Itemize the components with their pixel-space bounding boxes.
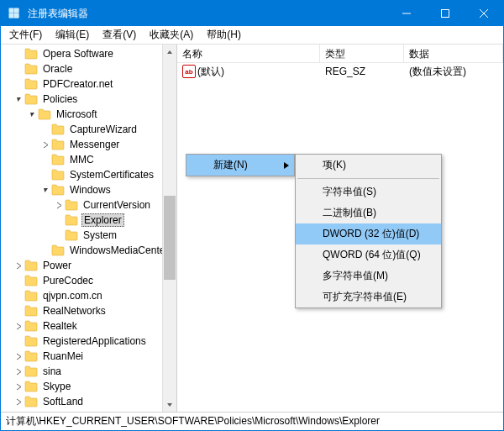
svg-rect-1 — [14, 8, 18, 13]
tree-label: PDFCreator.net — [41, 78, 114, 90]
tree-label: Oracle — [41, 63, 74, 75]
menu-view[interactable]: 查看(V) — [97, 26, 141, 44]
tree-label: Power — [41, 260, 73, 271]
tree-label: RuanMei — [41, 350, 85, 362]
col-type[interactable]: 类型 — [320, 45, 404, 62]
tree-label: qjvpn.com.cn — [41, 290, 104, 302]
tree-item[interactable]: RegisteredApplications — [1, 334, 176, 349]
expand-spacer — [14, 276, 24, 286]
expand-spacer — [14, 80, 24, 89]
col-data[interactable]: 数据 — [404, 45, 503, 62]
tree-item[interactable]: Realtek — [1, 318, 176, 334]
context-menu-main: 新建(N) — [186, 154, 295, 176]
menu-new-dword[interactable]: DWORD (32 位)值(D) — [296, 223, 441, 244]
tree-label: Windows — [68, 184, 113, 196]
minimize-button[interactable] — [387, 1, 426, 26]
menu-help[interactable]: 帮助(H) — [202, 26, 246, 44]
tree-item[interactable]: Policies — [1, 92, 176, 107]
tree-item[interactable]: CaptureWizard — [1, 122, 176, 137]
tree-label: WindowsMediaCenter — [68, 244, 170, 256]
tree-item[interactable]: Microsoft — [1, 107, 176, 122]
maximize-button[interactable] — [426, 1, 465, 26]
expand-icon[interactable] — [14, 367, 24, 376]
menu-file[interactable]: 文件(F) — [4, 26, 47, 44]
svg-rect-3 — [14, 13, 18, 18]
value-name: (默认) — [197, 65, 224, 79]
expand-icon[interactable] — [41, 140, 50, 150]
tree-item[interactable]: Oracle — [1, 61, 176, 76]
string-value-icon: ab — [182, 65, 196, 78]
expand-spacer — [14, 307, 24, 316]
tree-item[interactable]: PureCodec — [1, 273, 176, 288]
menu-separator — [297, 178, 439, 179]
tree-item[interactable]: MMC — [1, 152, 176, 167]
expand-icon[interactable] — [14, 397, 24, 407]
collapse-icon[interactable] — [41, 186, 50, 195]
tree-label: Microsoft — [55, 108, 99, 120]
expand-icon[interactable] — [55, 201, 64, 210]
menubar: 文件(F) 编辑(E) 查看(V) 收藏夹(A) 帮助(H) — [1, 26, 503, 45]
collapse-icon[interactable] — [14, 95, 24, 104]
expand-icon[interactable] — [14, 322, 24, 331]
scroll-thumb[interactable] — [164, 196, 176, 280]
tree-label: Policies — [41, 93, 79, 105]
menu-new-key[interactable]: 项(K) — [296, 155, 441, 176]
tree-item[interactable]: Opera Software — [1, 46, 176, 61]
submenu-arrow-icon — [284, 160, 289, 171]
tree-item[interactable]: Messenger — [1, 137, 176, 152]
col-name[interactable]: 名称 — [177, 45, 320, 62]
tree-label: SystemCertificates — [68, 169, 155, 181]
tree-item[interactable]: Windows — [1, 182, 176, 197]
tree-label: Opera Software — [41, 48, 115, 60]
statusbar: 计算机\HKEY_CURRENT_USER\SOFTWARE\Policies\… — [1, 412, 503, 430]
menu-new-binary[interactable]: 二进制值(B) — [296, 202, 441, 223]
expand-spacer — [41, 171, 50, 180]
tree-item[interactable]: SystemCertificates — [1, 167, 176, 182]
tree-item[interactable]: System — [1, 228, 176, 243]
menu-favorites[interactable]: 收藏夹(A) — [144, 26, 198, 44]
tree-label: Messenger — [68, 139, 121, 150]
list-row[interactable]: ab (默认) REG_SZ (数值未设置) — [177, 63, 503, 80]
tree-label: Explorer — [81, 213, 124, 227]
svg-rect-0 — [9, 8, 13, 13]
svg-rect-5 — [442, 10, 449, 18]
tree-item[interactable]: WindowsMediaCenter — [1, 243, 176, 258]
tree-label: RealNetworks — [41, 305, 108, 317]
tree-item[interactable]: sina — [1, 364, 176, 379]
value-data: (数值未设置) — [404, 65, 503, 79]
expand-icon[interactable] — [14, 352, 24, 361]
expand-icon[interactable] — [14, 261, 24, 271]
tree-item[interactable]: PDFCreator.net — [1, 76, 176, 92]
registry-tree[interactable]: Opera SoftwareOraclePDFCreator.netPolici… — [1, 45, 177, 412]
menu-new-qword[interactable]: QWORD (64 位)值(Q) — [296, 244, 441, 265]
tree-label: SoftLand — [41, 396, 85, 407]
tree-label: PureCodec — [41, 275, 95, 286]
expand-spacer — [55, 216, 64, 225]
tree-item[interactable]: CurrentVersion — [1, 197, 176, 213]
expand-spacer — [55, 231, 64, 240]
value-list[interactable]: 名称 类型 数据 ab (默认) REG_SZ (数值未设置) 新建(N) 项(… — [177, 45, 503, 412]
scroll-down-button[interactable] — [163, 397, 176, 412]
collapse-icon[interactable] — [28, 110, 37, 119]
expand-icon[interactable] — [14, 382, 24, 392]
expand-spacer — [41, 125, 50, 134]
menu-new-expand[interactable]: 可扩充字符串值(E) — [296, 286, 441, 307]
menu-edit[interactable]: 编辑(E) — [50, 26, 94, 44]
svg-rect-2 — [9, 13, 13, 18]
tree-scrollbar[interactable] — [162, 45, 176, 412]
expand-spacer — [41, 155, 50, 165]
tree-item[interactable]: Skype — [1, 379, 176, 394]
tree-item[interactable]: RuanMei — [1, 349, 176, 364]
menu-new-multi[interactable]: 多字符串值(M) — [296, 265, 441, 286]
tree-item[interactable]: Explorer — [1, 213, 176, 228]
scroll-up-button[interactable] — [163, 45, 176, 59]
menu-new-string[interactable]: 字符串值(S) — [296, 181, 441, 202]
tree-label: sina — [41, 365, 63, 377]
close-button[interactable] — [465, 1, 503, 26]
tree-item[interactable]: SoftLand — [1, 394, 176, 409]
tree-item[interactable]: qjvpn.com.cn — [1, 288, 176, 303]
menu-new[interactable]: 新建(N) — [186, 155, 294, 176]
expand-spacer — [14, 292, 24, 301]
tree-item[interactable]: RealNetworks — [1, 303, 176, 318]
tree-item[interactable]: Power — [1, 258, 176, 273]
